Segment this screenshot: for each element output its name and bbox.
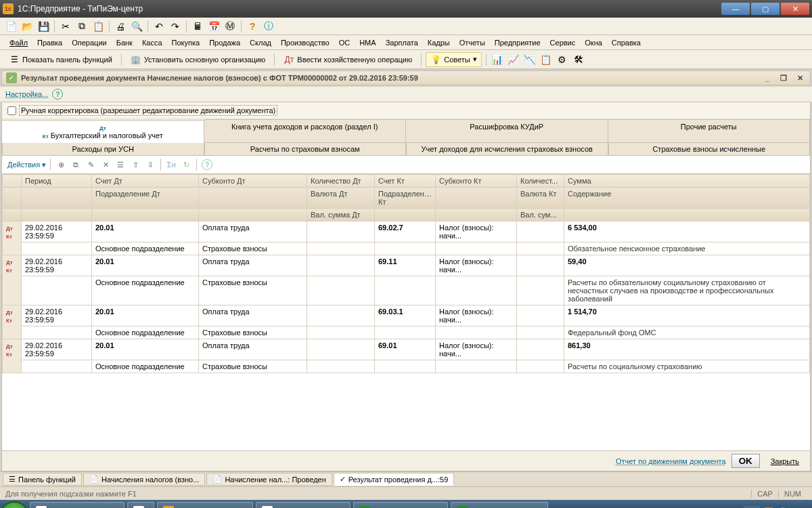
subtab-calculated[interactable]: Страховые взносы исчисленные <box>608 143 811 156</box>
minimize-button[interactable]: ― <box>721 3 750 15</box>
new-icon[interactable]: 📄 <box>4 20 18 33</box>
print-icon[interactable]: 🖨 <box>114 20 127 33</box>
col-curr-dt[interactable]: Валюта Дт <box>307 188 375 209</box>
tab-kudir[interactable]: Расшифровка КУДиР <box>406 119 608 142</box>
show-panel-button[interactable]: ☰Показать панель функций <box>4 52 117 67</box>
subtab-insurance[interactable]: Расчеты по страховым взносам <box>204 143 407 156</box>
col-dept-dt[interactable]: Подразделение Дт <box>92 188 199 209</box>
enter-op-button[interactable]: ДтВвести хозяйственную операцию <box>279 52 417 67</box>
col-amount[interactable]: Сумма <box>564 175 810 188</box>
taskbar-item[interactable]: 📁 <box>127 502 154 508</box>
table-row[interactable]: ДтКт 29.02.201623:59:59 20.01 Оплата тру… <box>3 221 810 242</box>
menu-windows[interactable]: Окна <box>581 37 606 49</box>
manual-edit-checkbox[interactable] <box>7 106 16 115</box>
col-curr-kt[interactable]: Валюта Кт <box>517 188 564 209</box>
down-icon[interactable]: ⇩ <box>144 158 156 171</box>
table-row[interactable]: Основное подразделениеСтраховые взносыОб… <box>3 242 810 255</box>
menu-edit[interactable]: Правка <box>33 37 66 49</box>
col-sub-kt[interactable]: Субконто Кт <box>436 175 517 188</box>
save-icon[interactable]: 💾 <box>37 20 50 33</box>
col-content[interactable]: Содержание <box>564 188 810 209</box>
sum-icon[interactable]: Σн <box>165 158 177 171</box>
undo-icon[interactable]: ↶ <box>152 20 166 33</box>
taskbar-item[interactable]: 📁Зарплата <box>256 502 351 508</box>
col-acc-kt[interactable]: Счет Кт <box>375 175 436 188</box>
menu-salary[interactable]: Зарплата <box>382 37 422 49</box>
taskbar-item[interactable]: Xтабель Т-12 [Режи... <box>353 502 448 508</box>
start-button[interactable]: ⊞ <box>1 501 27 508</box>
settings-link[interactable]: Настройка... <box>5 90 48 98</box>
redo-icon[interactable]: ↷ <box>168 20 182 33</box>
subtab-income[interactable]: Учет доходов для исчисления страховых вз… <box>406 143 608 156</box>
help-icon[interactable]: ? <box>52 89 63 100</box>
grid-help-icon[interactable]: ? <box>201 158 213 171</box>
table-row[interactable]: ДтКт 29.02.201623:59:59 20.01 Оплата тру… <box>3 305 810 326</box>
paste-icon[interactable]: 📋 <box>91 20 105 33</box>
table-row[interactable]: ДтКт 29.02.201623:59:59 20.01 Оплата тру… <box>3 255 810 276</box>
taskbar-item[interactable]: 1c1С:Предприятие - ... <box>157 502 253 508</box>
find-icon[interactable]: 🔍 <box>130 20 143 33</box>
menu-purchase[interactable]: Покупка <box>168 37 204 49</box>
delete-icon[interactable]: ✕ <box>99 158 112 171</box>
advice-button[interactable]: 💡Советы ▾ <box>426 52 481 67</box>
close-button[interactable]: ✕ <box>781 3 809 15</box>
set-org-button[interactable]: 🏢Установить основную организацию <box>126 52 271 67</box>
doc-close-button[interactable]: ✕ <box>794 72 806 83</box>
col-qty-kt[interactable]: Количест... <box>517 175 564 188</box>
col-dept-kt[interactable]: Подразделение Кт <box>375 188 436 209</box>
help-icon[interactable]: ? <box>246 20 259 33</box>
menu-nma[interactable]: НМА <box>355 37 380 49</box>
tab-other[interactable]: Прочие расчеты <box>608 119 811 142</box>
doc-restore-button[interactable]: ❐ <box>777 72 790 83</box>
copy-row-icon[interactable]: ⧉ <box>70 158 82 171</box>
open-icon[interactable]: 📂 <box>20 20 34 33</box>
wtab-doc[interactable]: 📄 Начисление нал...: Проведен <box>206 473 332 486</box>
menu-kadry[interactable]: Кадры <box>424 37 454 49</box>
menu-sale[interactable]: Продажа <box>205 37 244 49</box>
tab-accounting[interactable]: ДтКт Бухгалтерский и налоговый учет <box>2 120 204 143</box>
sort-icon[interactable]: ☰ <box>114 158 127 171</box>
menu-reports[interactable]: Отчеты <box>455 37 489 49</box>
maximize-button[interactable]: ▢ <box>751 3 780 15</box>
mail-icon[interactable]: Ⓜ <box>223 20 237 33</box>
col-acc-dt[interactable]: Счет Дт <box>92 175 199 188</box>
report-link[interactable]: Отчет по движениям документа <box>616 457 726 465</box>
menu-file[interactable]: Файл <box>5 37 32 49</box>
actions-dropdown[interactable]: Действия ▾ <box>7 161 46 169</box>
tb-ic6[interactable]: 🛠 <box>572 53 585 66</box>
menu-os[interactable]: ОС <box>335 37 355 49</box>
menu-operations[interactable]: Операции <box>68 37 110 49</box>
table-row[interactable]: Основное подразделениеСтраховые взносыРа… <box>3 360 810 373</box>
edit-icon[interactable]: ✎ <box>85 158 97 171</box>
menu-help[interactable]: Справка <box>608 37 645 49</box>
tb-ic5[interactable]: ⚙ <box>556 53 569 66</box>
wtab-panel[interactable]: ☰ Панель функций <box>3 473 82 486</box>
menu-warehouse[interactable]: Склад <box>246 37 275 49</box>
tb-ic2[interactable]: 📈 <box>507 53 520 66</box>
col-qty-dt[interactable]: Количество Дт <box>307 175 375 188</box>
doc-minimize-button[interactable]: _ <box>761 72 773 83</box>
table-row[interactable]: Основное подразделениеСтраховые взносыРа… <box>3 276 810 305</box>
calendar-icon[interactable]: 📅 <box>207 20 221 33</box>
menu-kassa[interactable]: Касса <box>138 37 166 49</box>
tb-ic3[interactable]: 📉 <box>523 53 537 66</box>
subtab-usn[interactable]: Расходы при УСН <box>2 143 204 156</box>
copy-icon[interactable]: ⧉ <box>75 20 89 33</box>
menu-enterprise[interactable]: Предприятие <box>491 37 545 49</box>
col-valsum-dt[interactable]: Вал. сумма Дт <box>307 209 375 221</box>
info-icon[interactable]: ⓘ <box>262 20 275 33</box>
ok-button[interactable]: OK <box>731 454 760 468</box>
col-period[interactable]: Период <box>22 175 92 188</box>
tab-book[interactable]: Книга учета доходов и расходов (раздел I… <box>204 119 407 142</box>
calc-icon[interactable]: 🖩 <box>191 20 204 33</box>
add-icon[interactable]: ⊕ <box>55 158 67 171</box>
up-icon[interactable]: ⇧ <box>129 158 141 171</box>
wtab-calc[interactable]: 📄 Начисления налогов (взно... <box>83 473 205 486</box>
tb-ic1[interactable]: 📊 <box>491 53 504 66</box>
close-link[interactable]: Закрыть <box>765 456 805 467</box>
data-grid[interactable]: Период Счет Дт Субконто Дт Количество Дт… <box>2 174 810 450</box>
wtab-result[interactable]: ✓ Результат проведения д...:59 <box>334 473 455 486</box>
menu-production[interactable]: Производство <box>277 37 334 49</box>
taskbar-item[interactable]: я <box>30 502 125 508</box>
table-row[interactable]: ДтКт 29.02.201623:59:59 20.01 Оплата тру… <box>3 339 810 360</box>
